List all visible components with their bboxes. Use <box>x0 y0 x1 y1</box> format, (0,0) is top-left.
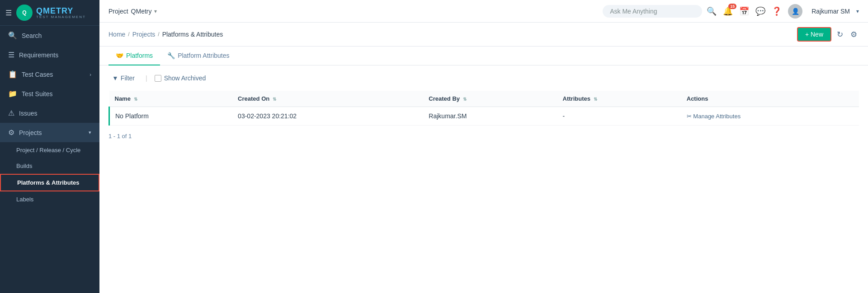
sidebar-sub-label-labels: Labels <box>16 196 33 203</box>
content-area: ▼ Filter | Show Archived Name ⇅ <box>99 65 868 293</box>
platforms-tab-label: Platforms <box>126 52 153 59</box>
manage-attributes-button[interactable]: ✂ Manage Attributes <box>687 113 741 120</box>
breadcrumb-sep-1: / <box>128 31 129 37</box>
logo-text: QMETRY <box>36 6 86 16</box>
created-by-sort-icon: ⇅ <box>463 97 467 102</box>
sidebar-sub-item-project-release-cycle[interactable]: Project / Release / Cycle <box>0 142 99 158</box>
col-header-attributes[interactable]: Attributes ⇅ <box>557 91 681 107</box>
issues-icon: ⚠ <box>8 109 14 117</box>
attributes-sort-icon: ⇅ <box>594 97 597 102</box>
sidebar-sub-label-project-release-cycle: Project / Release / Cycle <box>16 147 80 153</box>
page-area: Home / Projects / Platforms & Attributes… <box>99 23 868 293</box>
search-icon: 🔍 <box>8 31 17 40</box>
sidebar-item-test-suites[interactable]: 📁 Test Suites <box>0 84 99 103</box>
cell-created-on: 03-02-2023 20:21:02 <box>232 107 423 126</box>
name-sort-icon: ⇅ <box>134 97 137 102</box>
search-icon[interactable]: 🔍 <box>707 6 717 16</box>
main-content: Project QMetry ▾ Ask Me Anything 🔍 🔔 15 … <box>99 0 868 293</box>
table-row: No Platform 03-02-2023 20:21:02 Rajkumar… <box>109 107 859 126</box>
show-archived-toggle[interactable]: Show Archived <box>155 74 206 82</box>
sidebar-sub-item-labels[interactable]: Labels <box>0 191 99 207</box>
filter-row: ▼ Filter | Show Archived <box>108 73 859 84</box>
tabs-bar: 🤝 Platforms 🔧 Platform Attributes <box>99 47 868 65</box>
notification-badge: 15 <box>728 4 736 9</box>
help-icon[interactable]: ❓ <box>772 6 782 16</box>
filter-button[interactable]: ▼ Filter <box>108 73 138 84</box>
header-qmetry-link[interactable]: QMetry <box>131 8 152 15</box>
test-cases-arrow-icon: › <box>90 72 91 77</box>
sidebar-item-test-cases-label: Test Cases <box>22 71 53 78</box>
header-nav-links: Project QMetry ▾ <box>108 8 157 15</box>
sidebar-item-requirements-label: Requirements <box>19 51 58 59</box>
sidebar-item-test-cases[interactable]: 📋 Test Cases › <box>0 65 99 84</box>
cell-attributes: - <box>557 107 681 126</box>
cell-actions[interactable]: ✂ Manage Attributes <box>681 107 859 126</box>
user-name[interactable]: Rajkumar SM <box>811 8 850 15</box>
sidebar-sub-label-platforms-attributes: Platforms & Attributes <box>17 179 79 186</box>
pagination: 1 - 1 of 1 <box>108 133 859 140</box>
filter-icon: ▼ <box>112 74 118 82</box>
platforms-tab-icon: 🤝 <box>116 52 123 59</box>
avatar[interactable]: 👤 <box>788 4 802 19</box>
breadcrumb-sep-2: / <box>158 31 159 37</box>
notifications-icon[interactable]: 🔔 15 <box>723 6 733 16</box>
sidebar-item-issues[interactable]: ⚠ Issues <box>0 103 99 123</box>
filter-divider: | <box>146 74 147 82</box>
show-archived-label: Show Archived <box>164 74 206 82</box>
col-header-created-on[interactable]: Created On ⇅ <box>232 91 423 107</box>
logo-sub: TEST MANAGEMENT <box>36 15 86 19</box>
tab-platform-attributes[interactable]: 🔧 Platform Attributes <box>160 47 236 65</box>
test-cases-icon: 📋 <box>8 70 17 79</box>
ask-me-anything-input[interactable]: Ask Me Anything <box>603 5 702 18</box>
new-button[interactable]: + New <box>797 27 831 42</box>
col-header-name[interactable]: Name ⇅ <box>109 91 233 107</box>
table-body: No Platform 03-02-2023 20:21:02 Rajkumar… <box>109 107 859 126</box>
created-on-sort-icon: ⇅ <box>273 97 276 102</box>
tab-platforms[interactable]: 🤝 Platforms <box>108 47 160 65</box>
page-header-actions: + New ↻ ⚙ <box>797 27 859 42</box>
sidebar: ☰ Q QMETRY TEST MANAGEMENT 🔍 Search ☰ Re… <box>0 0 99 293</box>
breadcrumb-current: Platforms & Attributes <box>162 31 223 38</box>
calendar-icon[interactable]: 📅 <box>739 6 749 16</box>
sidebar-item-projects-label: Projects <box>19 129 42 136</box>
header-project-link[interactable]: Project <box>108 8 128 15</box>
logo-text-group: QMETRY TEST MANAGEMENT <box>36 6 86 19</box>
logo-icon: Q <box>16 5 33 21</box>
cell-created-by: Rajkumar.SM <box>423 107 557 126</box>
projects-icon: ⚙ <box>8 128 14 137</box>
sidebar-item-search-label: Search <box>22 32 42 39</box>
test-suites-icon: 📁 <box>8 89 17 98</box>
sidebar-item-test-suites-label: Test Suites <box>22 90 52 98</box>
ask-placeholder-text: Ask Me Anything <box>610 8 657 15</box>
sidebar-sub-label-builds: Builds <box>16 163 32 169</box>
breadcrumb: Home / Projects / Platforms & Attributes <box>108 31 223 38</box>
table-header: Name ⇅ Created On ⇅ Created By ⇅ Attribu… <box>109 91 859 107</box>
sidebar-sub-item-builds[interactable]: Builds <box>0 158 99 174</box>
requirements-icon: ☰ <box>8 51 14 59</box>
sidebar-item-requirements[interactable]: ☰ Requirements <box>0 45 99 65</box>
settings-button[interactable]: ⚙ <box>849 28 859 41</box>
platform-attributes-tab-icon: 🔧 <box>167 52 175 59</box>
sidebar-item-projects[interactable]: ⚙ Projects ▾ <box>0 123 99 142</box>
breadcrumb-home[interactable]: Home <box>108 31 125 38</box>
projects-arrow-icon: ▾ <box>89 130 91 135</box>
breadcrumb-projects[interactable]: Projects <box>132 31 156 38</box>
user-dropdown-icon[interactable]: ▾ <box>856 8 859 14</box>
chat-icon[interactable]: 💬 <box>755 6 765 16</box>
header-dropdown-icon[interactable]: ▾ <box>154 8 157 14</box>
sidebar-logo: ☰ Q QMETRY TEST MANAGEMENT <box>0 0 99 26</box>
refresh-button[interactable]: ↻ <box>835 28 845 41</box>
top-header: Project QMetry ▾ Ask Me Anything 🔍 🔔 15 … <box>99 0 868 23</box>
platform-attributes-tab-label: Platform Attributes <box>178 52 229 59</box>
page-header: Home / Projects / Platforms & Attributes… <box>99 23 868 47</box>
cell-name: No Platform <box>109 107 233 126</box>
col-header-actions: Actions <box>681 91 859 107</box>
sidebar-sub-item-platforms-attributes[interactable]: Platforms & Attributes <box>0 174 99 191</box>
sidebar-item-search[interactable]: 🔍 Search <box>0 26 99 45</box>
sidebar-item-issues-label: Issues <box>19 110 37 117</box>
hamburger-icon[interactable]: ☰ <box>5 9 12 17</box>
filter-label: Filter <box>121 74 135 82</box>
show-archived-checkbox[interactable] <box>155 75 161 82</box>
platforms-table: Name ⇅ Created On ⇅ Created By ⇅ Attribu… <box>108 91 859 126</box>
col-header-created-by[interactable]: Created By ⇅ <box>423 91 557 107</box>
